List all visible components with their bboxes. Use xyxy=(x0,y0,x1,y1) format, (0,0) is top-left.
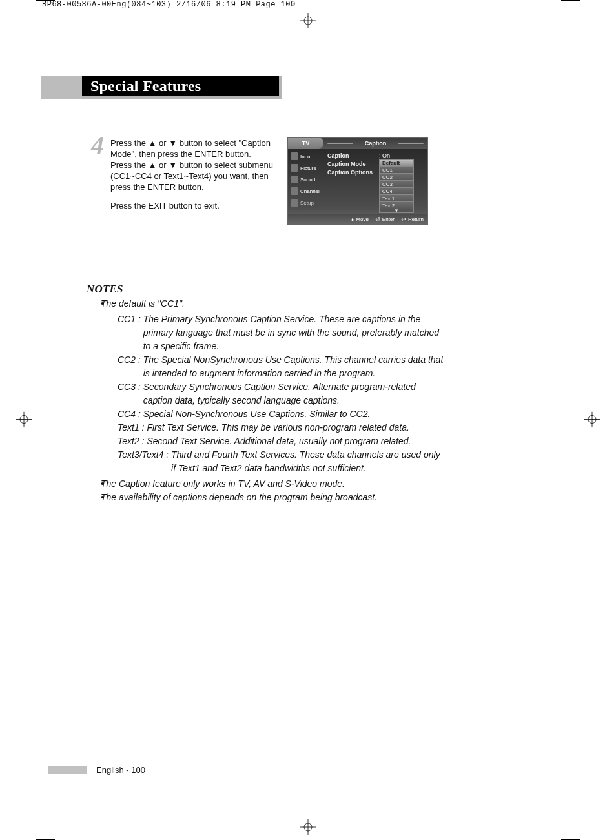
definition-row: CC2The Special NonSynchronous Use Captio… xyxy=(118,353,445,380)
osd-dropdown-item: CC4 xyxy=(379,188,414,195)
page-footer: English - 100 xyxy=(48,765,145,775)
list-item: The default is "CC1". CC1The Primary Syn… xyxy=(101,297,445,475)
osd-dropdown-item: Text1 xyxy=(379,195,414,202)
step-number: 4 xyxy=(88,136,107,211)
notes-heading: NOTES xyxy=(87,283,445,296)
step-text: Press the ▲ or ▼ button to select "Capti… xyxy=(110,138,288,211)
osd-title: Caption xyxy=(323,138,427,149)
osd-dropdown: Default CC1 CC2 CC3 CC4 Text1 Text2 ▼ xyxy=(379,159,414,213)
section-title: Special Features xyxy=(82,76,282,99)
osd-footer: ♦Move ⏎Enter ↩Return xyxy=(288,214,427,224)
step-paragraph: Press the ▲ or ▼ button to select submen… xyxy=(110,159,288,192)
input-icon xyxy=(291,152,298,160)
osd-dropdown-item: Default xyxy=(379,159,414,167)
setup-icon xyxy=(291,199,298,207)
registration-mark-icon xyxy=(300,819,316,837)
osd-row: Caption: On xyxy=(327,151,425,159)
footer-block xyxy=(48,766,87,774)
list-item: The availability of captions depends on … xyxy=(101,491,445,504)
sound-icon xyxy=(291,176,298,183)
definition-row: Text1First Text Service. This may be var… xyxy=(118,421,445,435)
osd-side-item: Picture xyxy=(288,162,323,174)
page-slug: BP68-00586A-00Eng(084~103) 2/16/06 8:19 … xyxy=(42,0,296,9)
crop-mark xyxy=(36,821,55,840)
notes-section: NOTES The default is "CC1". CC1The Prima… xyxy=(87,283,445,504)
osd-dropdown-item: CC3 xyxy=(379,181,414,188)
definition-row: CC4Special Non-Synchronous Use Captions.… xyxy=(118,407,445,421)
return-icon: ↩ xyxy=(401,216,406,223)
registration-mark-icon xyxy=(584,411,600,429)
chevron-down-icon: ▼ xyxy=(379,209,414,213)
definition-row: CC1The Primary Synchronous Caption Servi… xyxy=(118,312,445,353)
osd-dropdown-item: CC1 xyxy=(379,167,414,174)
definition-row: Text3/Text4Third and Fourth Text Service… xyxy=(118,448,445,475)
definition-row: Text2Second Text Service. Additional dat… xyxy=(118,435,445,448)
osd-side-item: Channel xyxy=(288,185,323,197)
registration-mark-icon xyxy=(16,411,32,429)
osd-side-nav: Input Picture Sound Channel Setup xyxy=(288,149,323,214)
step-paragraph: Press the EXIT button to exit. xyxy=(110,200,288,211)
osd-screenshot: TV Caption Input Picture Sound Channel S… xyxy=(288,138,427,224)
osd-main-panel: Caption: On Caption Mode Caption Options… xyxy=(323,149,427,214)
osd-dropdown-item: CC2 xyxy=(379,174,414,181)
section-header: Special Features xyxy=(41,76,282,99)
osd-tv-badge: TV xyxy=(288,138,323,149)
channel-icon xyxy=(291,187,298,195)
osd-side-item: Setup xyxy=(288,197,323,209)
page-number: English - 100 xyxy=(96,765,145,775)
osd-side-item: Sound xyxy=(288,174,323,185)
crop-mark xyxy=(561,0,580,19)
list-item: The Caption feature only works in TV, AV… xyxy=(101,477,445,491)
osd-side-item: Input xyxy=(288,150,323,162)
step-paragraph: Press the ▲ or ▼ button to select "Capti… xyxy=(110,138,288,159)
crop-mark xyxy=(561,821,580,840)
updown-icon: ♦ xyxy=(351,216,354,223)
enter-icon: ⏎ xyxy=(375,216,380,223)
picture-icon xyxy=(291,164,298,172)
registration-mark-icon xyxy=(300,13,316,30)
definition-row: CC3Secondary Synchronous Caption Service… xyxy=(118,380,445,407)
